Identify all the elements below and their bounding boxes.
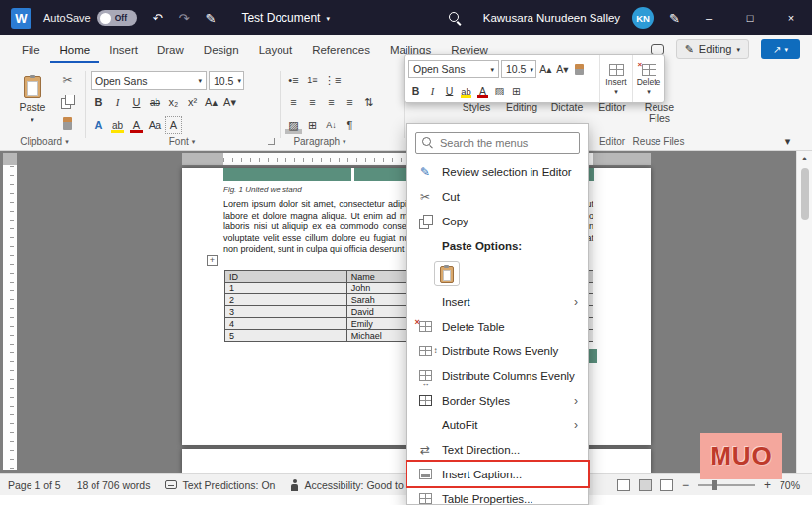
font-name-select[interactable]: Open Sans▾ — [91, 71, 207, 90]
bullets-button[interactable]: •≡ — [285, 71, 302, 89]
mini-grow-font-button[interactable]: A▴ — [538, 60, 553, 78]
table-header-cell[interactable]: ID — [225, 271, 347, 283]
figure-caption[interactable]: Fig. 1 United we stand — [223, 185, 302, 194]
print-layout-button[interactable] — [639, 479, 652, 491]
reuse-files-button[interactable]: Reuse Files — [638, 102, 681, 124]
clipboard-group-label[interactable]: Clipboard▾ — [10, 136, 79, 147]
mini-format-painter-button[interactable] — [572, 60, 587, 78]
menu-item-insert-caption[interactable]: Insert Caption... — [407, 462, 588, 486]
tab-file[interactable]: File — [12, 39, 50, 63]
web-layout-button[interactable] — [660, 479, 673, 491]
maximize-button[interactable]: □ — [729, 0, 771, 35]
mini-bold-button[interactable]: B — [408, 82, 423, 99]
mini-shrink-font-button[interactable]: A▾ — [555, 60, 570, 78]
mini-delete-button[interactable]: × Delete ▾ — [632, 55, 664, 102]
menu-item-distribute-rows[interactable]: ↕ Distribute Rows Evenly — [407, 339, 588, 363]
figure-image-1[interactable] — [223, 168, 351, 181]
copy-button[interactable] — [59, 93, 76, 110]
mini-shading-button[interactable]: ▨ — [492, 82, 507, 99]
grow-font-button[interactable]: A▴ — [203, 94, 219, 111]
avatar[interactable]: KN — [632, 7, 654, 29]
shading-button[interactable]: ▨ — [285, 116, 302, 134]
bold-button[interactable]: B — [91, 94, 107, 111]
mini-font-name-select[interactable]: Open Sans▾ — [408, 60, 499, 78]
italic-button[interactable]: I — [109, 94, 126, 111]
tab-home[interactable]: Home — [50, 39, 100, 63]
comments-icon[interactable] — [651, 44, 664, 55]
numbering-button[interactable]: 1≡ — [304, 71, 321, 89]
editor-button[interactable]: Editor — [593, 102, 632, 113]
text-highlight-button[interactable]: ab — [109, 116, 126, 134]
font-color-button[interactable]: A — [128, 116, 145, 134]
share-button[interactable]: ↗ ▾ — [761, 39, 800, 59]
paste-option-button[interactable] — [434, 261, 460, 286]
justify-button[interactable]: ≡ — [342, 94, 358, 111]
menu-search-input[interactable] — [440, 137, 573, 149]
borders-button[interactable]: ⊞ — [304, 116, 321, 134]
mini-underline-button[interactable]: U — [442, 82, 457, 99]
close-button[interactable]: × — [771, 0, 812, 35]
menu-item-review-selection[interactable]: ✎ Review selection in Editor — [407, 159, 588, 184]
scroll-up-icon[interactable]: ▲ — [797, 151, 812, 161]
mini-font-color-button[interactable]: A — [475, 82, 490, 99]
redo-icon[interactable]: ↷ — [179, 11, 190, 26]
scrollbar-thumb[interactable] — [801, 168, 809, 220]
mini-italic-button[interactable]: I — [425, 82, 440, 99]
editing-mode-button[interactable]: ✎ Editing ▾ — [676, 39, 749, 59]
autosave-toggle[interactable]: Off — [97, 10, 137, 26]
menu-item-insert[interactable]: Insert › — [407, 289, 588, 314]
word-logo[interactable]: W — [11, 8, 31, 29]
read-mode-button[interactable] — [617, 479, 630, 491]
paragraph-group-label[interactable]: Paragraph▾ — [283, 136, 356, 147]
mini-borders-button[interactable]: ⊞ — [509, 82, 524, 99]
zoom-slider-thumb[interactable] — [712, 480, 717, 490]
document-title[interactable]: Test Document ▾ — [241, 11, 330, 25]
text-predictions[interactable]: Text Predictions: On — [165, 479, 275, 491]
line-spacing-button[interactable]: ⇅ — [360, 94, 377, 111]
zoom-out-button[interactable]: − — [682, 478, 689, 492]
table-cell[interactable]: 4 — [225, 318, 347, 330]
paste-button[interactable]: Paste ▾ — [10, 67, 55, 132]
font-group-label[interactable]: Font▾ — [148, 136, 217, 147]
cut-button[interactable]: ✂ — [59, 71, 76, 89]
menu-item-distribute-columns[interactable]: ↔ Distribute Columns Evenly — [407, 363, 588, 388]
zoom-slider[interactable] — [698, 484, 755, 486]
word-count[interactable]: 18 of 706 words — [77, 479, 151, 491]
pen-icon[interactable]: ✎ — [206, 11, 217, 26]
mini-font-size-select[interactable]: 10.5▾ — [501, 60, 536, 78]
paragraph-marks-button[interactable]: ¶ — [342, 116, 358, 134]
table-cell[interactable]: 3 — [225, 306, 347, 318]
page-indicator[interactable]: Page 1 of 5 — [8, 479, 61, 491]
sort-button[interactable]: A↓ — [323, 116, 340, 134]
tab-layout[interactable]: Layout — [249, 39, 303, 63]
tab-insert[interactable]: Insert — [99, 39, 148, 63]
font-size-select[interactable]: 10.5▾ — [209, 71, 244, 90]
menu-item-copy[interactable]: Copy — [407, 209, 588, 233]
font-dialog-launcher[interactable] — [268, 138, 275, 145]
menu-item-border-styles[interactable]: Border Styles › — [407, 388, 588, 412]
accessibility-status[interactable]: Accessibility: Good to go — [290, 479, 417, 491]
ink-pen-icon[interactable]: ✎ — [669, 11, 680, 26]
menu-item-autofit[interactable]: AutoFit › — [407, 412, 588, 437]
tab-design[interactable]: Design — [194, 39, 249, 63]
styles-group-button[interactable]: Styles — [455, 102, 498, 113]
menu-item-text-direction[interactable]: ⇄ Text Direction... — [407, 437, 588, 462]
dictate-button[interactable]: Dictate — [545, 102, 589, 113]
undo-icon[interactable]: ↶ — [153, 11, 163, 26]
table-cell[interactable]: 1 — [225, 283, 347, 294]
menu-item-cut[interactable]: ✂ Cut — [407, 184, 588, 209]
align-center-button[interactable]: ≡ — [304, 94, 321, 111]
editing-group-button[interactable]: Editing — [500, 102, 543, 113]
align-right-button[interactable]: ≡ — [323, 94, 340, 111]
subscript-button[interactable]: x₂ — [165, 94, 182, 111]
change-case-button[interactable]: Aa — [147, 116, 163, 134]
tab-references[interactable]: References — [302, 39, 380, 63]
search-icon[interactable] — [449, 12, 462, 25]
menu-item-delete-table[interactable]: × Delete Table — [407, 314, 588, 339]
menu-item-table-properties[interactable]: Table Properties... — [407, 486, 588, 505]
shrink-font-button[interactable]: A▾ — [221, 94, 238, 111]
strikethrough-button[interactable]: ab — [147, 94, 163, 111]
multilevel-list-button[interactable]: ⋮≡ — [323, 71, 342, 89]
text-effects-button[interactable]: A — [91, 116, 107, 134]
minimize-button[interactable]: – — [688, 0, 729, 35]
